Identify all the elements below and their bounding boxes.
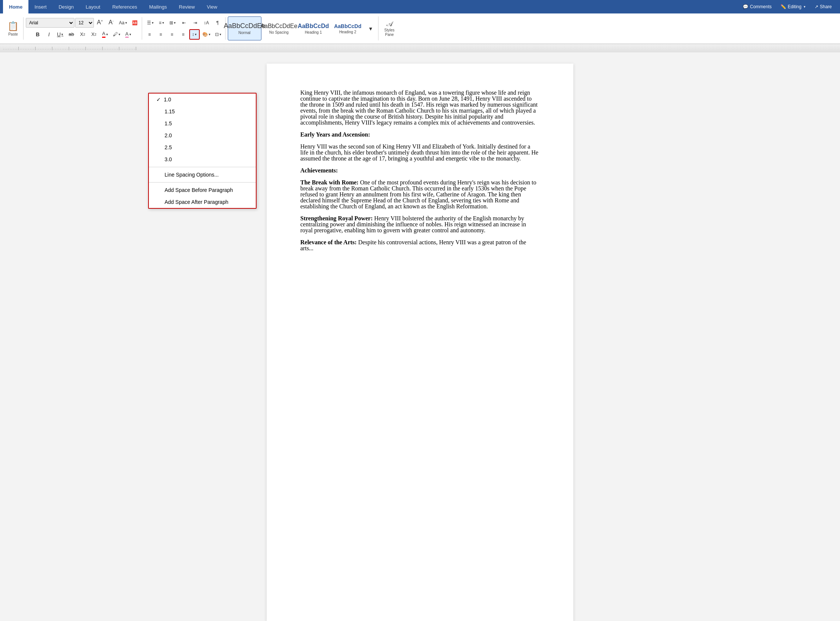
justify-button[interactable]: ≡ bbox=[178, 29, 189, 39]
chevron-down-icon: ▾ bbox=[804, 5, 805, 9]
tab-home[interactable]: Home bbox=[3, 0, 29, 14]
decrease-indent-icon: ⇤ bbox=[182, 20, 186, 26]
add-space-before-label: Add Space Before Paragraph bbox=[165, 187, 233, 193]
borders-chevron: ▾ bbox=[219, 33, 221, 36]
styles-gallery-expand[interactable]: ▾ bbox=[365, 23, 376, 34]
bullets-button[interactable]: ☰ ▾ bbox=[145, 18, 156, 28]
change-case-button[interactable]: Aa ▾ bbox=[117, 18, 129, 28]
underline-button[interactable]: U▾ bbox=[55, 29, 65, 39]
font-color-button[interactable]: A ▾ bbox=[100, 29, 110, 39]
subscript-button[interactable]: X2 bbox=[77, 29, 88, 39]
document-page[interactable]: King Henry VIII, the infamous monarch of… bbox=[267, 64, 573, 621]
decrease-font-size-button[interactable]: A- bbox=[106, 18, 116, 28]
numbering-button[interactable]: ≡ ▾ bbox=[156, 18, 167, 28]
spacing-2-0[interactable]: 2.0 bbox=[149, 129, 256, 141]
style-heading2[interactable]: AaBbCcDd Heading 2 bbox=[331, 17, 365, 40]
spacing-3-0[interactable]: 3.0 bbox=[149, 153, 256, 165]
align-center-button[interactable]: ≡ bbox=[156, 29, 166, 39]
tab-references[interactable]: References bbox=[106, 0, 143, 14]
align-right-button[interactable]: ≡ bbox=[167, 29, 177, 39]
decrease-font-icon: A- bbox=[109, 19, 114, 26]
font-name-select[interactable]: Arial Calibri Times New Roman bbox=[26, 18, 74, 28]
paste-button[interactable]: 📋 Paste bbox=[5, 20, 22, 38]
document-area: King Henry VIII, the infamous monarch of… bbox=[0, 52, 840, 621]
add-space-after[interactable]: Add Space After Paragraph bbox=[149, 196, 256, 208]
shading-chevron: ▾ bbox=[209, 33, 210, 36]
bullets-icon: ☰ bbox=[147, 20, 151, 26]
tab-layout[interactable]: Layout bbox=[80, 0, 106, 14]
tab-insert[interactable]: Insert bbox=[29, 0, 53, 14]
tab-view[interactable]: View bbox=[201, 0, 223, 14]
comments-button[interactable]: 💬 Comments bbox=[739, 3, 775, 11]
strikethrough-button[interactable]: ab bbox=[66, 29, 77, 39]
add-space-before[interactable]: Add Space Before Paragraph bbox=[149, 184, 256, 196]
spacing-1-15[interactable]: 1.15 bbox=[149, 106, 256, 117]
increase-font-size-button[interactable]: A+ bbox=[95, 18, 105, 28]
superscript-button[interactable]: X2 bbox=[89, 29, 99, 39]
normal-label: Normal bbox=[239, 31, 251, 35]
heading1-label: Heading 1 bbox=[305, 30, 322, 35]
clear-format-button[interactable]: 🆎 bbox=[130, 18, 140, 28]
highlight-chevron: ▾ bbox=[118, 33, 120, 36]
increase-font-icon: A+ bbox=[97, 19, 103, 26]
share-button[interactable]: ↗ Share bbox=[811, 3, 835, 11]
normal-preview: AaBbCcDdEe bbox=[224, 22, 265, 30]
tab-design[interactable]: Design bbox=[53, 0, 80, 14]
paste-icon: 📋 bbox=[8, 21, 19, 32]
style-normal[interactable]: AaBbCcDdEe Normal bbox=[228, 17, 262, 40]
numbering-chevron: ▾ bbox=[162, 21, 164, 25]
paragraph-achievements-1: The Break with Rome: One of the most pro… bbox=[300, 180, 540, 209]
spacing-2-5[interactable]: 2.5 bbox=[149, 141, 256, 153]
subheading-rome: The Break with Rome: bbox=[300, 179, 359, 186]
font-size-select[interactable]: 12 10 11 14 bbox=[75, 18, 94, 28]
ruler: .........|.........|.........|.........|… bbox=[0, 44, 840, 52]
heading-early-years: Early Years and Ascension: bbox=[300, 132, 540, 138]
heading2-label: Heading 2 bbox=[339, 30, 356, 34]
toolbar: 📋 Paste Arial Calibri Times New Roman 12… bbox=[0, 14, 840, 44]
no-spacing-label: No Spacing bbox=[269, 30, 289, 35]
show-formatting-button[interactable]: ¶ bbox=[212, 18, 223, 28]
styles-pane-button[interactable]: 𝒜 StylesPane bbox=[378, 17, 401, 40]
editing-button[interactable]: ✏️ Editing ▾ bbox=[777, 3, 809, 11]
comments-label: Comments bbox=[750, 4, 772, 9]
share-icon: ↗ bbox=[814, 4, 818, 9]
increase-indent-button[interactable]: ⇥ bbox=[190, 18, 200, 28]
align-center-icon: ≡ bbox=[159, 32, 162, 37]
sort-button[interactable]: ↕A bbox=[201, 18, 212, 28]
line-spacing-button[interactable]: ↕ ▾ bbox=[189, 29, 200, 39]
spacing-1-5[interactable]: 1.5 bbox=[149, 117, 256, 129]
dropdown-divider-2 bbox=[149, 182, 256, 183]
header-right-buttons: 💬 Comments ✏️ Editing ▾ ↗ Share bbox=[739, 0, 840, 14]
borders-button[interactable]: ⊡ ▾ bbox=[213, 29, 224, 39]
align-left-button[interactable]: ≡ bbox=[144, 29, 155, 39]
styles-gallery: AaBbCcDdEe Normal AaBbCcDdEe No Spacing … bbox=[226, 15, 377, 42]
paragraph-achievements-3: Relevance of the Arts: Despite his contr… bbox=[300, 239, 540, 251]
line-spacing-dropdown: 1.0 1.15 1.5 2.0 2.5 3.0 Line Spacing Op… bbox=[148, 93, 257, 209]
spacing-1-0[interactable]: 1.0 bbox=[149, 94, 256, 106]
bold-button[interactable]: B bbox=[33, 29, 43, 39]
tab-mailings[interactable]: Mailings bbox=[143, 0, 173, 14]
font-group: Arial Calibri Times New Roman 12 10 11 1… bbox=[24, 17, 142, 39]
style-heading1[interactable]: AaBbCcDd Heading 1 bbox=[297, 17, 330, 40]
highlight-button[interactable]: 🖊 ▾ bbox=[111, 29, 122, 39]
decrease-indent-button[interactable]: ⇤ bbox=[179, 18, 189, 28]
multilevel-list-button[interactable]: ⊞ ▾ bbox=[168, 18, 178, 28]
share-label: Share bbox=[820, 4, 832, 9]
align-left-icon: ≡ bbox=[148, 32, 151, 37]
line-spacing-options[interactable]: Line Spacing Options... bbox=[149, 169, 256, 181]
spacing-2-0-label: 2.0 bbox=[165, 132, 172, 138]
heading2-preview: AaBbCcDd bbox=[334, 23, 361, 29]
spacing-1-15-label: 1.15 bbox=[165, 109, 175, 115]
line-spacing-chevron: ▾ bbox=[195, 33, 197, 36]
paragraph-1: King Henry VIII, the infamous monarch of… bbox=[300, 90, 540, 126]
spacing-3-0-label: 3.0 bbox=[165, 156, 172, 162]
italic-button[interactable]: I bbox=[44, 29, 54, 39]
change-case-icon: Aa bbox=[119, 20, 124, 26]
text-color-button[interactable]: A ▾ bbox=[123, 29, 133, 39]
line-spacing-icon: ↕ bbox=[192, 32, 194, 37]
shading-button[interactable]: 🎨 ▾ bbox=[200, 29, 212, 39]
tab-review[interactable]: Review bbox=[173, 0, 201, 14]
pencil-icon: ✏️ bbox=[781, 4, 786, 9]
style-no-spacing[interactable]: AaBbCcDdEe No Spacing bbox=[262, 17, 296, 40]
document-content: King Henry VIII, the infamous monarch of… bbox=[300, 90, 540, 251]
